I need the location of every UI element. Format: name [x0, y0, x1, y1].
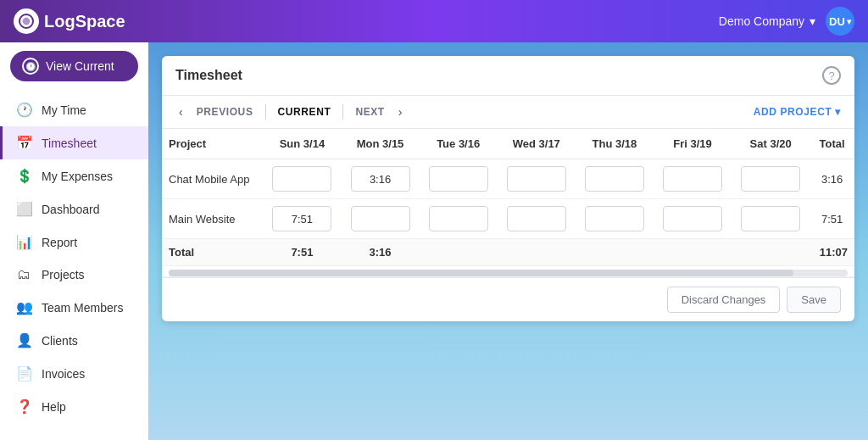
timesheet-table: Project Sun 3/14 Mon 3/15 Tue 3/16 Wed 3… — [162, 129, 854, 277]
sidebar: 🕐 View Current 🕐 My Time 📅 Timesheet 💲 M… — [0, 42, 148, 440]
time-input-mon-1[interactable] — [351, 166, 410, 192]
help-circle-icon[interactable]: ? — [822, 66, 841, 85]
logo: LogSpace — [14, 8, 125, 34]
time-input-tue-2[interactable] — [429, 206, 488, 231]
nav-divider-2 — [342, 104, 343, 120]
sidebar-item-my-expenses[interactable]: 💲 My Expenses — [0, 159, 148, 192]
cell-tue — [420, 159, 498, 199]
sidebar-item-label: Timesheet — [42, 136, 97, 150]
header: LogSpace Demo Company ▾ DU ▾ — [0, 0, 868, 42]
total-tue — [420, 239, 498, 266]
cell-tue — [420, 199, 498, 239]
sidebar-item-label: Dashboard — [42, 203, 100, 216]
header-right: Demo Company ▾ DU ▾ — [719, 7, 854, 36]
time-input-mon-2[interactable] — [351, 206, 410, 231]
sidebar-item-projects[interactable]: 🗂 Projects — [0, 259, 148, 291]
current-period-button[interactable]: CURRENT — [268, 103, 342, 121]
col-thu: Thu 3/18 — [576, 129, 654, 159]
table-row: Main Website 7:51 — [162, 199, 854, 239]
cell-sat — [732, 159, 810, 199]
total-fri — [654, 239, 732, 266]
next-period-button[interactable]: NEXT — [345, 103, 394, 121]
avatar-dropdown-icon: ▾ — [847, 17, 851, 26]
time-input-sun-1[interactable] — [272, 166, 331, 192]
sidebar-item-label: Report — [42, 236, 77, 249]
sidebar-item-clients[interactable]: 👤 Clients — [0, 324, 148, 357]
company-dropdown-icon: ▾ — [810, 14, 815, 28]
project-name: Main Website — [162, 199, 263, 239]
main-content: Timesheet ? ‹ PREVIOUS CURRENT NEXT › AD… — [148, 42, 868, 440]
time-input-sun-2[interactable] — [272, 206, 331, 231]
cell-thu — [576, 159, 654, 199]
nav-divider — [265, 104, 266, 120]
project-name: Chat Mobile App — [162, 159, 263, 199]
sidebar-item-timesheet[interactable]: 📅 Timesheet — [0, 126, 148, 159]
clients-icon: 👤 — [16, 332, 31, 348]
sidebar-item-my-time[interactable]: 🕐 My Time — [0, 93, 148, 126]
col-total: Total — [810, 129, 854, 159]
total-wed — [498, 239, 576, 266]
invoices-icon: 📄 — [16, 365, 31, 382]
save-button[interactable]: Save — [787, 287, 841, 313]
sidebar-item-help[interactable]: ❓ Help — [0, 390, 148, 423]
sidebar-item-dashboard[interactable]: ⬜ Dashboard — [0, 192, 148, 226]
company-selector[interactable]: Demo Company ▾ — [719, 14, 815, 28]
time-input-sat-1[interactable] — [741, 166, 800, 192]
prev-arrow-button[interactable]: ‹ — [175, 103, 186, 120]
next-arrow-button[interactable]: › — [395, 103, 406, 120]
clock-icon: 🕐 — [22, 58, 39, 75]
add-project-button[interactable]: ADD PROJECT ▾ — [754, 106, 841, 118]
discard-changes-button[interactable]: Discard Changes — [667, 287, 781, 313]
col-fri: Fri 3/19 — [654, 129, 732, 159]
cell-total: 3:16 — [810, 159, 854, 199]
sidebar-item-label: Invoices — [42, 367, 85, 381]
my-time-icon: 🕐 — [16, 102, 31, 118]
time-input-fri-2[interactable] — [663, 206, 722, 231]
time-input-wed-1[interactable] — [507, 166, 566, 192]
sidebar-item-label: My Time — [42, 103, 86, 117]
time-input-tue-1[interactable] — [429, 166, 488, 192]
sidebar-item-report[interactable]: 📊 Report — [0, 226, 148, 259]
cell-thu — [576, 199, 654, 239]
timesheet-icon: 📅 — [16, 135, 31, 151]
cell-mon — [341, 199, 419, 239]
total-sat — [732, 239, 810, 266]
cell-mon — [341, 159, 419, 199]
timesheet-card: Timesheet ? ‹ PREVIOUS CURRENT NEXT › AD… — [162, 56, 854, 321]
layout: 🕐 View Current 🕐 My Time 📅 Timesheet 💲 M… — [0, 42, 868, 440]
col-mon: Mon 3/15 — [341, 129, 419, 159]
col-sun: Sun 3/14 — [263, 129, 341, 159]
total-row: Total 7:51 3:16 11:07 — [162, 239, 854, 266]
cell-fri — [654, 159, 732, 199]
time-input-sat-2[interactable] — [741, 206, 800, 231]
view-current-button[interactable]: 🕐 View Current — [10, 51, 138, 81]
sidebar-item-label: Help — [42, 400, 66, 414]
previous-period-button[interactable]: PREVIOUS — [186, 103, 264, 121]
sidebar-item-label: My Expenses — [42, 170, 113, 183]
cell-total: 7:51 — [810, 199, 854, 239]
cell-sun — [263, 159, 341, 199]
card-header: Timesheet ? — [162, 56, 854, 96]
time-input-wed-2[interactable] — [507, 206, 566, 231]
sidebar-item-team-members[interactable]: 👥 Team Members — [0, 291, 148, 324]
scroll-thumb — [169, 270, 793, 276]
dashboard-icon: ⬜ — [16, 201, 31, 217]
add-project-dropdown-icon: ▾ — [835, 106, 841, 118]
sidebar-item-invoices[interactable]: 📄 Invoices — [0, 357, 148, 390]
time-input-fri-1[interactable] — [663, 166, 722, 192]
period-nav-left: ‹ PREVIOUS CURRENT NEXT › — [175, 103, 405, 121]
table-header-row: Project Sun 3/14 Mon 3/15 Tue 3/16 Wed 3… — [162, 129, 854, 159]
time-input-thu-2[interactable] — [585, 206, 644, 231]
scroll-track[interactable] — [169, 270, 848, 276]
period-nav: ‹ PREVIOUS CURRENT NEXT › ADD PROJECT ▾ — [162, 96, 854, 129]
col-sat: Sat 3/20 — [732, 129, 810, 159]
cell-sun — [263, 199, 341, 239]
table-row: Chat Mobile App 3:16 — [162, 159, 854, 199]
time-input-thu-1[interactable] — [585, 166, 644, 192]
col-project: Project — [162, 129, 263, 159]
team-members-icon: 👥 — [16, 299, 31, 315]
add-project-label: ADD PROJECT — [754, 106, 832, 118]
view-current-label: View Current — [46, 59, 114, 73]
company-name: Demo Company — [719, 14, 804, 28]
user-avatar[interactable]: DU ▾ — [826, 7, 854, 36]
